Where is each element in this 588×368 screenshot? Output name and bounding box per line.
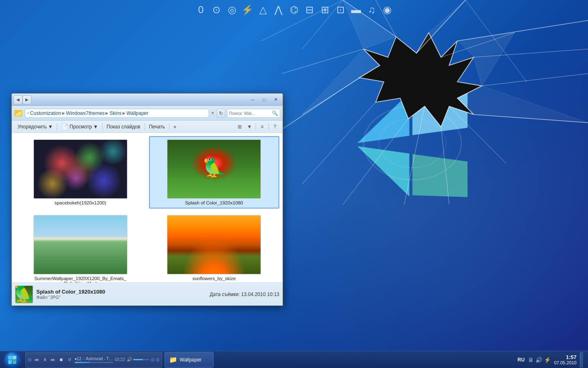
view-toggle-buttons: ⊞ ▼ ≡ ? [235,122,279,131]
taskbar-folder-icon: 📁 [169,356,177,364]
refresh-button[interactable]: ↻ [216,109,225,118]
forward-button[interactable]: ▶ [22,95,31,104]
dock-icon-camera[interactable]: ⊡ [334,3,347,16]
print-button[interactable]: Печать [147,122,167,131]
top-dock: 0 ⊙ ◎ ⚡ △ ⋀ ⌬ ⊟ ⊞ ⊡ ▬ ♫ ◉ [194,3,394,16]
more-button[interactable]: » [171,122,179,131]
show-desktop-button[interactable] [580,352,583,368]
file-name-sunflowers: sunflowers_by_skize [192,276,236,281]
dock-icon-clipboard[interactable]: ⊟ [303,3,316,16]
back-button[interactable]: ◀ [13,95,22,104]
details-view-button[interactable]: ≡ [258,122,267,131]
search-box[interactable]: 🔍 [227,109,280,118]
organize-button[interactable]: Упорядочить ▼ [15,122,55,131]
status-date-label: Дата съёмки: [210,292,240,297]
dock-icon-rect[interactable]: ▬ [350,3,363,16]
file-item-splash[interactable]: Splash of Color_1920x1080 [149,136,280,209]
view-label: Просмотр [69,124,92,130]
mp-btn2[interactable] [151,358,154,361]
view-size-dropdown[interactable]: ▼ [245,122,254,131]
status-file-type: Файл "JPG" [36,295,105,300]
bc-sep-2: ▶ [105,111,109,115]
grid-view-button[interactable]: ⊞ [235,122,244,131]
more-label: » [174,124,176,130]
svg-rect-25 [8,360,12,364]
dock-icon-flash[interactable]: ⚡ [241,3,254,16]
mp-progress-bar[interactable] [75,362,113,363]
windows-logo-icon [8,355,17,364]
mp-vol-bar[interactable] [133,359,149,360]
tray-volume-icon[interactable]: 🔊 [535,357,542,363]
file-item-summer[interactable]: SummerWallpaper_1920X1200_By_Emats_Delta… [15,212,146,283]
svg-line-10 [482,74,588,86]
bc-sep-1: ▶ [62,111,65,115]
mp-volume: 🔊 [127,357,149,362]
dock-icon-disc[interactable]: ◉ [381,3,394,16]
status-date-value: 13.04.2010 10:13 [241,292,279,297]
mp-stop-button[interactable]: ⏹ [58,356,65,364]
toolbar: Упорядочить ▼ 📄 Просмотр ▼ Показ слайдов… [12,121,283,133]
svg-line-19 [282,49,363,74]
tray-icons: 🖥 🔊 ⚡ [528,357,551,363]
bc-wallpaper[interactable]: Wallpaper [127,110,149,116]
toolbar-sep-1 [57,123,57,130]
mp-art [28,358,31,361]
toolbar-sep-2 [102,123,102,130]
file-thumb-splash [167,139,261,199]
tray-language[interactable]: RU [518,357,525,363]
file-thumb-summer [33,215,127,274]
organize-label: Упорядочить [18,124,47,130]
mp-play-button[interactable]: ⏸ [41,356,49,364]
file-item-sunflowers[interactable]: sunflowers_by_skize [149,212,280,283]
mp-track-name: ♦12 ∷ Astrovoid - Time Machi... [75,357,113,361]
maximize-button[interactable]: □ [259,96,270,104]
bc-customization[interactable]: Customization [30,110,61,116]
bc-skins[interactable]: Skins [109,110,121,116]
mp-time: 03:22 [115,357,125,362]
nav-bar: 📁 « Customization ▶ Windows7themes ▶ Ski… [12,106,283,121]
dock-icon-cat[interactable]: ⋀ [272,3,285,16]
svg-rect-26 [13,360,16,364]
media-player: ⏮ ⏸ ⏭ ⏹ ↺ ♦12 ∷ Astrovoid - Time Machi..… [25,352,162,368]
slideshow-button[interactable]: Показ слайдов [104,122,143,131]
explorer-window: ◀ ▶ ─ □ ✕ 📁 « Customization ▶ Windows7th… [11,93,283,306]
dock-icon-music[interactable]: ♫ [365,3,378,16]
bc-left-arrow: « [27,111,29,115]
taskbar-explorer-item[interactable]: 📁 Wallpaper [165,352,214,368]
minimize-button[interactable]: ─ [247,96,258,104]
dock-icon-0[interactable]: 0 [194,3,207,16]
svg-rect-23 [8,356,12,359]
file-name-splash: Splash of Color_1920x1080 [185,200,243,205]
tray-clock[interactable]: 1:57 07.05.2010 [554,354,577,365]
search-input[interactable] [229,111,271,116]
svg-rect-24 [13,356,16,359]
breadcrumb-dropdown[interactable]: ▼ [211,111,215,115]
help-button[interactable]: ? [270,122,279,131]
dock-icon-chrome[interactable]: ⊙ [210,3,223,16]
breadcrumb-bar[interactable]: « Customization ▶ Windows7themes ▶ Skins… [25,109,209,118]
mp-next-button[interactable]: ⏭ [49,356,57,364]
status-info: Splash of Color_1920x1080 Файл "JPG" [36,289,105,300]
mp-vol-icon: 🔊 [127,357,132,362]
mp-info: ♦12 ∷ Astrovoid - Time Machi... [75,357,113,363]
mp-prev-button[interactable]: ⏮ [33,356,40,364]
start-button[interactable] [2,352,23,368]
dock-icon-delta[interactable]: △ [256,3,270,16]
svg-line-11 [474,114,588,123]
tray-network-icon[interactable]: 🖥 [528,357,534,363]
mp-repeat-button[interactable]: ↺ [66,356,73,364]
view-sep [256,123,256,130]
mp-btn3[interactable] [156,358,159,361]
bc-themes[interactable]: Windows7themes [66,110,105,116]
view-arrow: ▼ [93,124,98,130]
close-button[interactable]: ✕ [270,96,281,104]
dock-icon-steam[interactable]: ⌬ [287,3,301,16]
search-icon[interactable]: 🔍 [272,110,278,116]
file-item-spacebokeh[interactable]: spacebokeh(1920x1200) [15,136,146,209]
file-name-summer: SummerWallpaper_1920X1200_By_Emats_Delta… [33,276,127,283]
file-thumb-sunflowers [167,215,261,274]
dock-icon-firefox[interactable]: ◎ [225,3,238,16]
tray-battery-icon[interactable]: ⚡ [544,357,551,363]
dock-icon-gamepad[interactable]: ⊞ [318,3,332,16]
view-button[interactable]: 📄 Просмотр ▼ [59,122,100,131]
